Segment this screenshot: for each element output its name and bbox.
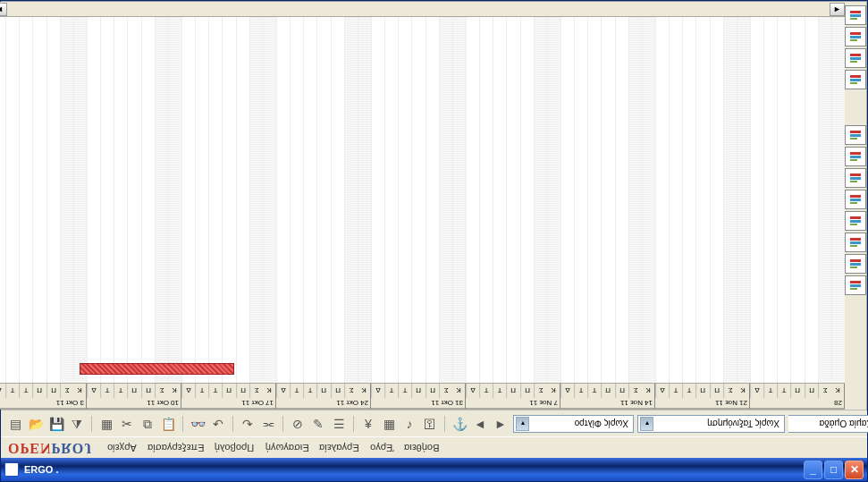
- day-header: Τ: [114, 384, 127, 398]
- day-header: Τ: [100, 384, 114, 398]
- scroll-left-button[interactable]: ◄: [0, 3, 7, 16]
- bars-icon[interactable]: [845, 70, 866, 89]
- day-header: Π: [411, 384, 425, 398]
- day-header: Δ: [87, 384, 100, 398]
- copy-icon[interactable]: ⧉: [139, 415, 156, 433]
- menu-5[interactable]: Έργο: [367, 441, 397, 455]
- redo-icon[interactable]: ↷: [239, 415, 257, 433]
- stack-icon[interactable]: ☰: [330, 415, 348, 433]
- day-header: Σ: [628, 384, 642, 398]
- gantt-2-icon[interactable]: [845, 27, 866, 47]
- day-header: Τ: [682, 384, 695, 398]
- week-date: 28: [750, 398, 844, 409]
- menu-bar: OPENPROJ ΑρχείοΕπεξεργασίαΠροβολήΕισαγωγ…: [1, 436, 867, 458]
- week-date: 14 Νοε 11: [560, 398, 654, 409]
- tree-1-icon[interactable]: [845, 190, 866, 209]
- svg-rect-24: [850, 216, 861, 219]
- svg-rect-14: [850, 138, 857, 140]
- timeline-header: ΔΤΤΠΠΣΚ3 Οκτ 11ΔΤΤΠΠΣΚ10 Οκτ 11ΔΤΤΠΠΣΚ17…: [0, 383, 845, 410]
- scroll-right-button[interactable]: ►: [830, 3, 845, 16]
- gantt-1-icon[interactable]: [845, 5, 866, 25]
- day-header: Τ: [208, 384, 222, 398]
- day-header: Σ: [155, 384, 168, 398]
- task-bar[interactable]: [80, 363, 234, 375]
- guitar-icon[interactable]: ♪: [400, 415, 418, 433]
- note-icon[interactable]: ✎: [309, 415, 327, 433]
- day-header: Κ: [168, 384, 181, 398]
- day-header: Τ: [574, 384, 587, 398]
- day-header: Σ: [249, 384, 263, 398]
- day-header: Π: [127, 384, 140, 398]
- main-toolbar: ▤📂💾⧩▦✂⧉📋👓↶↷⫘⊘✎☰¥▦♪⚿⚓◄► Χωρίς Φίλτρο▾ Χωρ…: [1, 410, 867, 436]
- window-title: ERGO .: [24, 464, 59, 475]
- day-header: Τ: [398, 384, 411, 398]
- day-header: Π: [46, 384, 60, 398]
- sort-combo[interactable]: Χωρίς Ταξινόμηση▾: [637, 415, 785, 433]
- day-header: Τ: [763, 384, 777, 398]
- day-header: Π: [805, 384, 818, 398]
- menu-2[interactable]: Προβολή: [212, 441, 257, 455]
- filter-icon[interactable]: ⧩: [68, 415, 86, 433]
- menu-4[interactable]: Εργαλεία: [316, 441, 362, 455]
- grid-icon[interactable]: [845, 233, 866, 252]
- new-icon[interactable]: ▤: [6, 415, 24, 433]
- svg-rect-0: [850, 11, 861, 13]
- day-header: Κ: [73, 384, 86, 398]
- svg-rect-34: [850, 284, 861, 287]
- svg-rect-4: [850, 36, 861, 38]
- day-header: Τ: [303, 384, 316, 398]
- prev-icon[interactable]: ◄: [471, 415, 489, 433]
- link-icon[interactable]: ⫘: [259, 415, 277, 433]
- anchor-icon[interactable]: ⚓: [451, 415, 468, 433]
- save-icon[interactable]: 💾: [47, 415, 65, 433]
- week-date: 24 Οκτ 11: [276, 398, 370, 409]
- svg-rect-10: [850, 79, 861, 81]
- day-header: Π: [506, 384, 519, 398]
- line-icon[interactable]: [845, 48, 866, 68]
- binoculars-icon[interactable]: 👓: [189, 415, 206, 433]
- app-window: ERGO . _ □ ✕ OPENPROJ ΑρχείοΕπεξεργασίαΠ…: [0, 0, 868, 482]
- day-header: Π: [615, 384, 628, 398]
- open-icon[interactable]: 📂: [27, 415, 45, 433]
- svg-rect-6: [850, 54, 861, 56]
- close-button[interactable]: ✕: [845, 461, 864, 479]
- chart-icon[interactable]: [845, 275, 866, 295]
- day-header: Τ: [5, 384, 19, 398]
- group-combo[interactable]: Καμία Ομάδα: [788, 415, 868, 433]
- side-toolbox: [845, 2, 867, 410]
- day-header: Κ: [642, 384, 654, 398]
- menu-0[interactable]: Αρχείο: [105, 441, 139, 455]
- minimize-button[interactable]: _: [804, 461, 822, 479]
- svg-rect-3: [850, 32, 861, 35]
- svg-rect-20: [850, 181, 857, 182]
- horizontal-scrollbar[interactable]: ◄ ►: [0, 2, 845, 17]
- maximize-button[interactable]: □: [824, 461, 843, 479]
- cut-icon[interactable]: ✂: [118, 415, 136, 433]
- undo-icon[interactable]: ↶: [209, 415, 227, 433]
- menu-3[interactable]: Εισαγωγή: [263, 441, 312, 455]
- day-header: Π: [790, 384, 804, 398]
- split-icon[interactable]: ¥: [359, 415, 377, 433]
- list-icon[interactable]: [845, 254, 866, 274]
- paste-icon[interactable]: 📋: [159, 415, 177, 433]
- next-icon[interactable]: ►: [492, 415, 510, 433]
- layout-icon[interactable]: ▦: [97, 415, 115, 433]
- table-icon[interactable]: [845, 168, 866, 188]
- palette-icon[interactable]: ▦: [380, 415, 398, 433]
- day-header: Π: [601, 384, 614, 398]
- day-header: Δ: [560, 384, 574, 398]
- tree-2-icon[interactable]: [845, 211, 866, 231]
- svg-rect-30: [850, 259, 861, 262]
- gantt-chart[interactable]: [0, 17, 845, 383]
- day-header: Δ: [655, 384, 669, 398]
- unlink-icon[interactable]: ⊘: [289, 415, 307, 433]
- gantt-3-icon[interactable]: [845, 125, 866, 145]
- key-icon[interactable]: ⚿: [421, 415, 439, 433]
- menu-6[interactable]: Βοήθεια: [401, 441, 442, 455]
- filter-combo[interactable]: Χωρίς Φίλτρο▾: [513, 415, 634, 433]
- day-header: Δ: [276, 384, 290, 398]
- gantt-4-icon[interactable]: [845, 147, 866, 166]
- app-icon: [4, 462, 19, 477]
- day-header: Κ: [263, 384, 275, 398]
- menu-1[interactable]: Επεξεργασία: [145, 441, 206, 455]
